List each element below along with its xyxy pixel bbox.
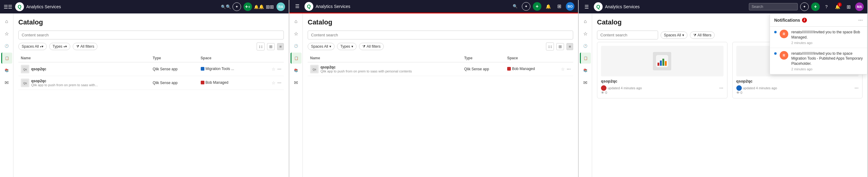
star-button[interactable]: ☆ bbox=[272, 67, 276, 71]
sidebar-3-favorites[interactable]: ☆ bbox=[580, 28, 591, 39]
assistant-button-3[interactable]: ✦ bbox=[800, 2, 809, 11]
col-actions-1 bbox=[260, 54, 284, 62]
svg-text:Qs: Qs bbox=[23, 68, 27, 71]
notif-title: Notifications 2 bbox=[774, 18, 807, 23]
star-button[interactable]: ☆ bbox=[272, 80, 276, 85]
apps-button-2[interactable]: ⊞ bbox=[555, 2, 563, 11]
more-button[interactable]: ··· bbox=[277, 66, 281, 72]
sidebar-3-recents[interactable]: 🕐 bbox=[580, 40, 591, 51]
grid-view-2[interactable]: ⊞ bbox=[556, 43, 564, 50]
avatar-2[interactable]: BO bbox=[566, 2, 575, 11]
search-button-1[interactable]: 🔍 bbox=[221, 2, 230, 11]
search-input-2[interactable] bbox=[308, 31, 573, 39]
notif-text-1: renato////////////invited you to the spa… bbox=[791, 51, 863, 66]
sidebar-home[interactable]: ⌂ bbox=[1, 16, 12, 27]
search-input-1[interactable] bbox=[18, 31, 284, 39]
help-button-3[interactable]: ? bbox=[822, 2, 831, 11]
col-space-2: Space bbox=[505, 54, 552, 62]
spaces-filter-2[interactable]: Spaces All ▾ bbox=[308, 43, 335, 50]
create-button-3[interactable]: + bbox=[811, 2, 820, 11]
sort-button-2[interactable]: ↕ bbox=[546, 42, 554, 51]
sidebar-learn[interactable]: 📚 bbox=[1, 65, 12, 76]
allfilters-filter-3[interactable]: ⧩ All filters bbox=[690, 31, 715, 39]
card-more-1[interactable]: ··· bbox=[855, 85, 859, 91]
list-view-1[interactable]: ≡ bbox=[277, 43, 284, 50]
allfilters-filter-2[interactable]: ⧩ All filters bbox=[359, 43, 384, 50]
notif-dot-0 bbox=[774, 31, 777, 33]
catalog-table-2: Name Type Space Qs bbox=[308, 54, 573, 76]
apps-button-3[interactable]: ⊞ bbox=[844, 2, 853, 11]
sidebar-messages[interactable]: ✉ bbox=[1, 77, 12, 88]
spaces-filter-1[interactable]: Spaces All ▾ bbox=[18, 43, 47, 50]
col-name-2: Name bbox=[308, 54, 462, 62]
sidebar-3-home[interactable]: ⌂ bbox=[580, 16, 591, 27]
sort-button-1[interactable]: ↕ bbox=[257, 42, 265, 51]
svg-text:Q: Q bbox=[596, 4, 600, 9]
col-type-2: Type bbox=[462, 54, 505, 62]
catalog-card-0[interactable]: qsop2qc updated 4 minutes ago ··· 👁 0 bbox=[597, 42, 727, 98]
sidebar-2-learn[interactable]: 📚 bbox=[290, 65, 302, 76]
create-button-2[interactable]: + bbox=[533, 2, 541, 11]
assistant-button-1[interactable]: ✦ bbox=[232, 2, 241, 11]
sidebar-recents[interactable]: 🕐 bbox=[1, 40, 12, 51]
card-footer-0: updated 4 minutes ago ··· bbox=[601, 85, 723, 91]
avatar-1[interactable]: RA bbox=[277, 2, 285, 11]
menu-icon-2[interactable]: ☰ bbox=[293, 2, 302, 11]
notifications-button-1[interactable]: 🔔 bbox=[254, 2, 263, 11]
table-row[interactable]: Qs qsop2qc Qlik app to push from on prem… bbox=[18, 76, 284, 90]
assistant-button-2[interactable]: ✦ bbox=[522, 2, 530, 11]
catalog-table-1: Name Type Space Qs bbox=[18, 54, 284, 90]
sidebar-catalog[interactable]: 📋 bbox=[1, 53, 12, 64]
qlik-logo-icon: Q bbox=[15, 2, 25, 11]
svg-rect-14 bbox=[660, 61, 662, 66]
sidebar-2-favorites[interactable]: ☆ bbox=[290, 28, 302, 39]
card-more-0[interactable]: ··· bbox=[719, 85, 723, 91]
eye-icon-0: 👁 bbox=[601, 91, 604, 94]
grid-view-1[interactable]: ⊞ bbox=[267, 43, 275, 50]
apps-button-1[interactable]: ⊞ bbox=[266, 2, 274, 11]
create-button-1[interactable]: + bbox=[244, 2, 252, 11]
notif-more-button[interactable]: ··· bbox=[858, 17, 863, 23]
types-filter-1[interactable]: Types ▾ bbox=[49, 43, 70, 50]
avatar-3[interactable]: MA bbox=[855, 2, 864, 11]
notif-avatar-0: R bbox=[780, 30, 788, 38]
sidebar-2-recents[interactable]: 🕐 bbox=[290, 40, 302, 51]
sidebar-2-messages[interactable]: ✉ bbox=[290, 77, 302, 88]
table-row[interactable]: Qs qsop2qc Qlik Sense app bbox=[18, 62, 284, 76]
types-filter-2[interactable]: Types ▾ bbox=[337, 43, 356, 50]
layout-2: ⌂ ☆ 🕐 📋 📚 ✉ Catalog Spaces All ▾ Types ▾… bbox=[289, 13, 578, 177]
space-dot-2 bbox=[507, 67, 511, 70]
spaces-chevron-1: ▾ bbox=[40, 44, 43, 49]
spaces-filter-3[interactable]: Spaces All ▾ bbox=[660, 31, 687, 39]
menu-icon-3[interactable]: ☰ bbox=[582, 2, 591, 11]
search-button-2[interactable]: 🔍 bbox=[511, 2, 519, 11]
types-chevron-1: ▾ bbox=[64, 44, 67, 49]
logo-1: Q Analytics Services bbox=[15, 2, 61, 11]
qlik-logo-icon-2: Q bbox=[304, 2, 314, 11]
allfilters-filter-1[interactable]: ⧩ All filters bbox=[73, 43, 97, 50]
sidebar-3-catalog[interactable]: 📋 bbox=[580, 53, 591, 64]
more-button[interactable]: ··· bbox=[277, 80, 281, 86]
sidebar-2-home[interactable]: ⌂ bbox=[290, 16, 302, 27]
sidebar-2-catalog[interactable]: 📋 bbox=[290, 53, 302, 64]
more-button-2[interactable]: ··· bbox=[567, 66, 571, 72]
notif-content-1: renato////////////invited you to the spa… bbox=[791, 51, 863, 71]
filter-row-1: Spaces All ▾ Types ▾ ⧩ All filters ↕ ⊞ ≡ bbox=[18, 42, 284, 51]
notif-item-1: R renato////////////invited you to the s… bbox=[770, 48, 867, 74]
app-icon: Qs bbox=[21, 79, 29, 87]
table-row[interactable]: Qs qsop2qc Qlik app to push from on prem… bbox=[308, 62, 573, 76]
star-button-2[interactable]: ☆ bbox=[561, 67, 565, 71]
sidebar-3-messages[interactable]: ✉ bbox=[580, 77, 591, 88]
sidebar-3-learn[interactable]: 📚 bbox=[580, 65, 591, 76]
list-view-2[interactable]: ≡ bbox=[566, 43, 573, 50]
panel-1: ☰ Q Analytics Services 🔍 ✦ + 🔔 ⊞ RA ⌂ ☆ … bbox=[0, 0, 289, 177]
spaces-chevron-3: ▾ bbox=[682, 33, 684, 37]
search-input-3[interactable] bbox=[597, 31, 658, 39]
menu-icon[interactable]: ☰ bbox=[4, 2, 12, 11]
notifications-button-2[interactable]: 🔔 bbox=[544, 2, 552, 11]
notifications-button-3[interactable]: 🔔 2 bbox=[833, 2, 842, 11]
nav-search-input-3[interactable] bbox=[749, 3, 798, 10]
notif-header: Notifications 2 ··· bbox=[770, 14, 867, 27]
sidebar-favorites[interactable]: ☆ bbox=[1, 28, 12, 39]
svg-rect-16 bbox=[665, 61, 666, 66]
